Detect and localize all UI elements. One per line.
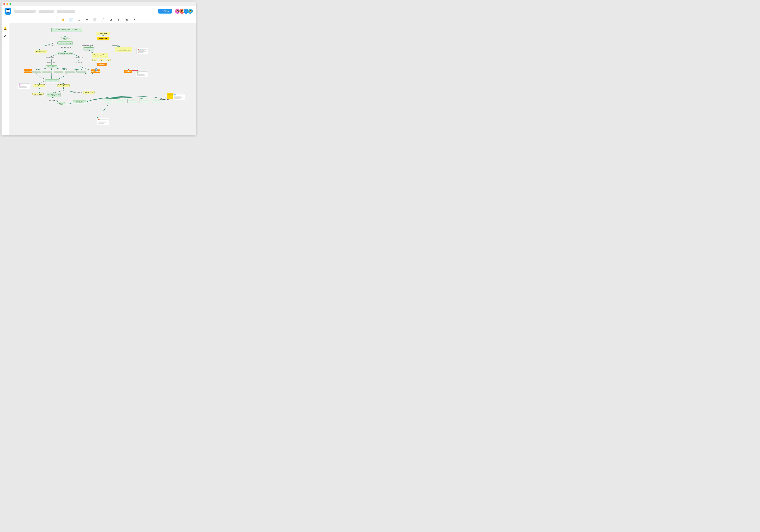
ask-anja-badge: !	[127, 69, 129, 71]
share-button[interactable]: 🔗 Share	[158, 9, 172, 14]
known-company-label: Known Company	[46, 61, 57, 63]
key-account-yes-node[interactable]: Key Account Manager? Yes	[33, 84, 45, 87]
sidebar-tools: 🔔 ✔ ☰	[2, 24, 9, 135]
nav-item-3[interactable]	[57, 10, 75, 13]
toolbar: ✋ ↖ ⬡ ✒ ⬜ ╱ ⊞ T ▣ ⚑	[2, 16, 196, 24]
status-box-4[interactable]	[65, 70, 75, 73]
key-account-no-node[interactable]: Key Account Manager? No	[58, 84, 70, 87]
no-further-actions3-node[interactable]: No further actions.	[83, 91, 95, 94]
xxx2-node[interactable]: xxx	[99, 59, 104, 61]
line-tool[interactable]: ╱	[101, 18, 105, 22]
cursor-tool[interactable]: ↖	[69, 18, 73, 22]
sticky-tool[interactable]: ▣	[124, 18, 128, 22]
canvas[interactable]: Lead Management Process Sign-up Trade Sh…	[9, 24, 196, 135]
new-company-label: New Company	[74, 61, 84, 63]
what-agreed-node[interactable]: What was agreed with the contact at the …	[92, 53, 108, 58]
talk-to-sales-node[interactable]: Talk to Sales	[97, 63, 107, 66]
target-industry-yes-label: target Industry - yes	[48, 99, 59, 101]
import-crm-node[interactable]: Import to CRM	[97, 37, 110, 40]
comment-box-4[interactable]	[173, 93, 185, 100]
check-linkedin-node[interactable]: Check job title at LinkedIn/Xing	[72, 100, 86, 103]
status-box-3[interactable]	[54, 70, 63, 73]
nav-item-2[interactable]	[39, 10, 54, 13]
pen-tool[interactable]: ✒	[85, 18, 89, 22]
plus-button[interactable]: +	[95, 68, 98, 71]
maximize-button[interactable]	[9, 3, 11, 5]
inform-sales-node[interactable]: Inform Sales	[24, 69, 32, 73]
comment-box-5[interactable]	[97, 118, 109, 125]
status-box-1[interactable]	[31, 70, 41, 73]
check-company-node[interactable]: Check company ID in Database	[57, 52, 73, 55]
check-status-crm-node[interactable]: Check Status in CRM	[45, 79, 59, 82]
target-industry-no-label: target Industry - no	[72, 91, 84, 94]
svg-line-7	[72, 54, 79, 57]
check-industry-node[interactable]: Check industry at company website	[47, 93, 61, 97]
status-box-2[interactable]	[42, 70, 52, 73]
avatar-4: 👦	[188, 9, 193, 14]
comment-box-3[interactable]	[136, 72, 148, 77]
bottom-status-2[interactable]	[115, 99, 125, 103]
xxx1-node[interactable]: xxx	[92, 59, 97, 61]
image-tool[interactable]: ⊞	[109, 18, 113, 22]
bottom-status-3[interactable]	[127, 99, 137, 103]
eraser-tool[interactable]: ⬜	[93, 18, 97, 22]
company-id-no-label: Company ID - no	[74, 57, 84, 58]
title-bar	[2, 2, 196, 6]
svg-line-6	[51, 54, 58, 57]
check-status-node[interactable]: Check Status	[46, 65, 57, 68]
no-further-actions-node[interactable]: No further actions.	[35, 50, 47, 53]
industry-node[interactable]: Industry	[57, 102, 65, 105]
header: 💬 🔗 Share 👩 👨 👦	[2, 6, 196, 16]
no-further-actions2-node[interactable]: No further actions.	[32, 93, 44, 95]
company-id-yes-label: Company ID - yes	[45, 57, 54, 58]
share-icon: 🔗	[161, 10, 163, 12]
minimize-button[interactable]	[6, 3, 8, 5]
hot-leads-node[interactable]: HOT Leads. Assign to Sales representativ…	[115, 47, 132, 52]
diagram-title: Lead Management Process	[51, 28, 82, 32]
bottom-status-4[interactable]	[140, 99, 149, 103]
nav-item-1[interactable]	[14, 10, 35, 13]
check-icon[interactable]: ✔	[3, 34, 8, 39]
logo[interactable]: 💬	[5, 8, 11, 15]
share-label: Share	[164, 10, 169, 12]
bottom-status-1[interactable]	[103, 99, 113, 103]
assign-bdr-node[interactable]: Assign to BDR	[83, 47, 94, 50]
comment-box-2[interactable]	[18, 83, 30, 89]
status-box-5[interactable]	[76, 70, 86, 73]
lead-status-less-hot-label: Lead status less than hot	[80, 44, 95, 46]
signup-node[interactable]: Sign-up	[61, 37, 70, 39]
comment-box-1[interactable]	[136, 48, 149, 54]
text-tool[interactable]: T	[117, 18, 121, 22]
trade-show-lead-node[interactable]: Trade Show Lead	[96, 32, 110, 35]
close-button[interactable]	[3, 3, 5, 5]
app-window: 💬 🔗 Share 👩 👨 👦 ✋ ↖ ⬡ ✒ ⬜ ╱ ⊞ T ▣ ⚑ 🔔	[2, 2, 196, 135]
hand-tool[interactable]: ✋	[61, 18, 65, 22]
main-area: 🔔 ✔ ☰	[2, 24, 196, 135]
avatar-group: 👩 👨 👦	[175, 9, 193, 14]
xxx3-node[interactable]: xxx	[106, 59, 111, 61]
template-tool[interactable]: ⚑	[132, 18, 136, 22]
target-geo-no-label: target geography - no	[44, 44, 56, 46]
check-target-geo-node[interactable]: Check target geography	[58, 41, 72, 45]
lead-status-hot-label: Lead status hot	[110, 44, 121, 46]
target-geo-yes-label: Target geography - yes	[60, 46, 72, 48]
menu-icon[interactable]: ☰	[3, 42, 8, 46]
shapes-tool[interactable]: ⬡	[77, 18, 81, 22]
bell-icon[interactable]: 🔔	[3, 26, 8, 31]
